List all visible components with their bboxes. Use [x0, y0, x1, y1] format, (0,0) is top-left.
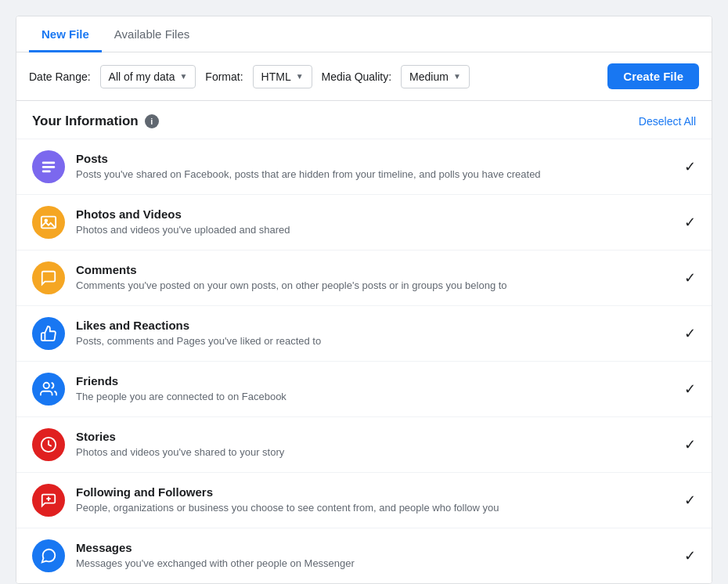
messages-checkmark: ✓	[684, 547, 696, 564]
photos-videos-description: Photos and videos you've uploaded and sh…	[76, 223, 673, 237]
posts-title: Posts	[76, 152, 673, 165]
list-item[interactable]: Posts Posts you've shared on Facebook, p…	[16, 139, 712, 194]
comments-content: Comments Comments you've posted on your …	[76, 263, 673, 293]
stories-checkmark: ✓	[684, 436, 696, 453]
media-quality-value: Medium	[409, 70, 449, 83]
section-title-text: Your Information	[32, 114, 139, 129]
friends-title: Friends	[76, 374, 673, 388]
tab-available-files[interactable]: Available Files	[102, 16, 202, 52]
toolbar: Date Range: All of my data ▼ Format: HTM…	[16, 52, 712, 101]
list-item[interactable]: Likes and Reactions Posts, comments and …	[16, 305, 712, 361]
svg-rect-0	[42, 162, 56, 164]
format-dropdown[interactable]: HTML ▼	[253, 65, 312, 88]
format-label: Format:	[205, 70, 243, 83]
friends-description: The people you are connected to on Faceb…	[76, 390, 673, 404]
following-followers-description: People, organizations or business you ch…	[76, 501, 673, 515]
stories-title: Stories	[76, 430, 673, 443]
posts-description: Posts you've shared on Facebook, posts t…	[76, 168, 673, 182]
create-file-button[interactable]: Create File	[607, 63, 699, 89]
messages-title: Messages	[76, 541, 673, 554]
likes-reactions-description: Posts, comments and Pages you've liked o…	[76, 334, 673, 348]
likes-reactions-icon	[32, 317, 65, 350]
stories-description: Photos and videos you've shared to your …	[76, 445, 673, 460]
format-value: HTML	[261, 70, 291, 83]
photos-videos-title: Photos and Videos	[76, 207, 673, 221]
comments-icon	[32, 261, 65, 294]
list-item[interactable]: Following and Followers People, organiza…	[16, 472, 712, 528]
svg-rect-1	[42, 166, 56, 168]
list-item[interactable]: Friends The people you are connected to …	[16, 361, 712, 416]
format-arrow-icon: ▼	[296, 72, 304, 81]
stories-icon	[32, 428, 65, 461]
date-range-value: All of my data	[109, 70, 175, 83]
following-followers-title: Following and Followers	[76, 485, 673, 499]
comments-title: Comments	[76, 263, 673, 276]
comments-checkmark: ✓	[684, 269, 696, 287]
likes-reactions-checkmark: ✓	[684, 325, 696, 342]
tab-new-file[interactable]: New File	[29, 16, 102, 52]
following-followers-checkmark: ✓	[684, 492, 696, 509]
svg-point-5	[44, 383, 49, 388]
section-title-group: Your Information i	[32, 114, 159, 129]
posts-icon	[32, 150, 65, 183]
photos-videos-icon	[32, 206, 65, 239]
svg-rect-2	[42, 171, 51, 173]
deselect-all-button[interactable]: Deselect All	[639, 115, 696, 128]
friends-icon	[32, 373, 65, 406]
list-item[interactable]: Stories Photos and videos you've shared …	[16, 416, 712, 472]
info-icon[interactable]: i	[145, 114, 159, 128]
posts-content: Posts Posts you've shared on Facebook, p…	[76, 152, 673, 182]
following-followers-icon	[32, 484, 65, 517]
following-followers-content: Following and Followers People, organiza…	[76, 485, 673, 515]
photos-videos-content: Photos and Videos Photos and videos you'…	[76, 207, 673, 237]
messages-icon	[32, 539, 65, 572]
date-range-label: Date Range:	[29, 70, 91, 83]
section-header: Your Information i Deselect All	[16, 101, 712, 139]
messages-description: Messages you've exchanged with other peo…	[76, 557, 673, 571]
stories-content: Stories Photos and videos you've shared …	[76, 430, 673, 460]
data-item-list: Posts Posts you've shared on Facebook, p…	[16, 139, 712, 583]
friends-checkmark: ✓	[684, 380, 696, 398]
comments-description: Comments you've posted on your own posts…	[76, 279, 673, 293]
likes-reactions-title: Likes and Reactions	[76, 319, 673, 332]
posts-checkmark: ✓	[684, 158, 696, 175]
photos-videos-checkmark: ✓	[684, 214, 696, 231]
list-item[interactable]: Messages Messages you've exchanged with …	[16, 528, 712, 583]
date-range-dropdown[interactable]: All of my data ▼	[100, 65, 196, 88]
messages-content: Messages Messages you've exchanged with …	[76, 541, 673, 571]
media-quality-dropdown[interactable]: Medium ▼	[401, 65, 470, 88]
likes-reactions-content: Likes and Reactions Posts, comments and …	[76, 319, 673, 348]
date-range-arrow-icon: ▼	[179, 72, 187, 81]
main-container: New File Available Files Date Range: All…	[16, 16, 712, 584]
list-item[interactable]: Comments Comments you've posted on your …	[16, 250, 712, 305]
media-quality-arrow-icon: ▼	[453, 72, 461, 81]
media-quality-label: Media Quality:	[322, 70, 391, 83]
list-item[interactable]: Photos and Videos Photos and videos you'…	[16, 194, 712, 250]
tab-bar: New File Available Files	[16, 16, 712, 52]
friends-content: Friends The people you are connected to …	[76, 374, 673, 404]
